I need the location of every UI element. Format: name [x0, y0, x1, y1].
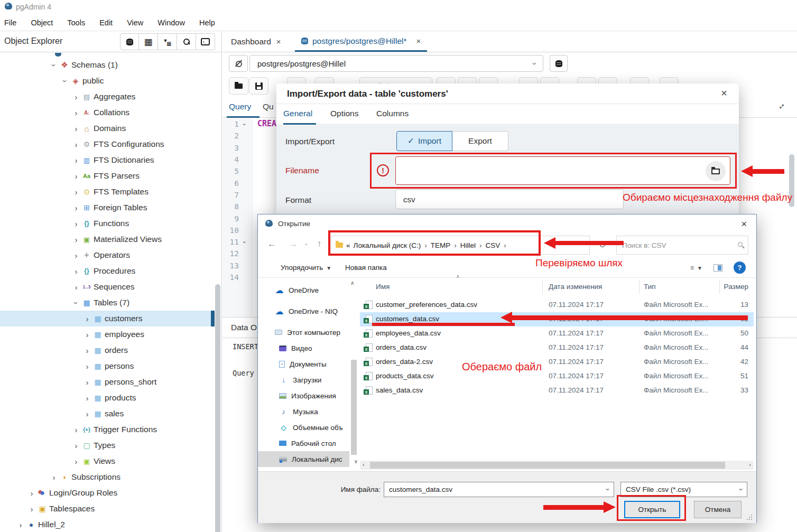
- format-select[interactable]: csv: [395, 189, 624, 209]
- sidebar-place-item[interactable]: Музыка: [258, 404, 349, 419]
- file-row[interactable]: customer_preferences_data.csv 07.11.2024…: [360, 298, 754, 312]
- tree-item[interactable]: FTS Dictionaries: [0, 152, 215, 168]
- sidebar-scroll-down-icon[interactable]: ∧: [350, 459, 358, 465]
- file-row[interactable]: employees_data.csv 07.11.2024 17:17 Файл…: [360, 326, 754, 341]
- tree-item[interactable]: orders: [0, 342, 215, 358]
- tree-scrollbar[interactable]: [215, 284, 220, 532]
- tree-item[interactable]: employees: [0, 326, 215, 342]
- scrollbar-thumb[interactable]: [370, 462, 725, 469]
- tree-item[interactable]: persons_short: [0, 374, 215, 390]
- tree-item[interactable]: Trigger Functions: [0, 422, 215, 437]
- chevron-icon[interactable]: [60, 77, 70, 86]
- fold-chevron-icon[interactable]: [239, 239, 249, 246]
- tree-item[interactable]: Aggregates: [0, 89, 215, 105]
- column-divider[interactable]: [542, 280, 543, 294]
- chevron-icon[interactable]: [71, 172, 81, 181]
- chevron-icon[interactable]: [27, 505, 36, 514]
- chevron-icon[interactable]: [71, 425, 81, 434]
- sidebar-place-item[interactable]: Видео: [258, 340, 349, 356]
- column-header-size[interactable]: Размер: [724, 283, 748, 291]
- menu-item[interactable]: Edit: [99, 18, 113, 27]
- tree-item[interactable]: persons: [0, 358, 215, 374]
- chevron-icon[interactable]: [71, 283, 81, 292]
- tree-item[interactable]: Subscriptions: [0, 469, 215, 485]
- tree-item[interactable]: Domains: [0, 120, 215, 136]
- tab-query-tool[interactable]: postgres/postgres@Hillel* ×: [295, 32, 427, 52]
- connection-selector[interactable]: postgres/postgres@Hillel ›: [249, 55, 543, 72]
- tab-options[interactable]: Options: [330, 109, 358, 118]
- search-input[interactable]: Поиск в: CSV: [616, 236, 748, 255]
- tab-data-output[interactable]: Data O: [231, 323, 257, 332]
- close-icon[interactable]: ×: [276, 37, 281, 46]
- sidebar-place-item[interactable]: Загрузки: [258, 372, 349, 388]
- view-mode-icon[interactable]: ≡▼: [690, 264, 702, 272]
- tree-item[interactable]: Tablespaces: [0, 501, 215, 517]
- up-icon[interactable]: ↑: [317, 239, 322, 249]
- search-objects-button[interactable]: [177, 33, 196, 50]
- menu-item[interactable]: Object: [31, 18, 53, 27]
- tree-item[interactable]: Collations: [0, 105, 215, 120]
- tree-item[interactable]: Schemas (1): [0, 57, 215, 73]
- sidebar-scrollbar[interactable]: [351, 360, 357, 455]
- chevron-icon[interactable]: [82, 314, 92, 323]
- file-row[interactable]: orders_data.csv 07.11.2024 17:17 Файл Mi…: [360, 341, 754, 355]
- sidebar-place-item[interactable]: Объемные объ: [258, 419, 349, 435]
- menu-item[interactable]: File: [4, 18, 16, 27]
- chevron-icon[interactable]: [71, 156, 81, 165]
- menu-item[interactable]: Window: [157, 18, 185, 27]
- sidebar-place-item[interactable]: Локальный дис: [258, 451, 349, 467]
- tree-item[interactable]: FTS Templates: [0, 184, 215, 200]
- chevron-icon[interactable]: [71, 457, 81, 466]
- resize-grip[interactable]: [747, 515, 752, 520]
- organize-menu[interactable]: Упорядочить▼: [281, 264, 331, 272]
- file-row[interactable]: products_data.csv 07.11.2024 17:17 Файл …: [360, 369, 754, 384]
- tree-item[interactable]: Operators: [0, 247, 215, 263]
- sidebar-place-item[interactable]: Изображения: [258, 388, 349, 404]
- scroll-right-icon[interactable]: ›: [749, 461, 751, 468]
- export-segment[interactable]: Export: [452, 131, 508, 151]
- menu-item[interactable]: Help: [199, 18, 215, 27]
- help-button[interactable]: ?: [734, 262, 746, 274]
- query-tool-button[interactable]: [120, 33, 139, 50]
- chevron-icon[interactable]: [82, 330, 92, 339]
- chevron-icon[interactable]: [71, 298, 81, 307]
- tree-item[interactable]: products: [0, 390, 215, 406]
- cancel-button[interactable]: Отмена: [694, 501, 742, 518]
- chevron-icon[interactable]: [71, 92, 81, 101]
- column-divider[interactable]: [639, 280, 640, 294]
- column-header-name[interactable]: Имя: [376, 283, 390, 291]
- chevron-icon[interactable]: [71, 441, 81, 450]
- tree-item[interactable]: public: [0, 73, 215, 89]
- chevron-icon[interactable]: [71, 267, 81, 276]
- tree-item[interactable]: Types: [0, 437, 215, 453]
- tree-item[interactable]: Foreign Tables: [0, 200, 215, 216]
- new-connection-button[interactable]: [550, 55, 568, 72]
- chevron-icon[interactable]: [71, 140, 81, 149]
- tab-query[interactable]: Query: [229, 102, 251, 111]
- tab-general[interactable]: General: [283, 109, 312, 118]
- open-file-button[interactable]: [229, 77, 248, 95]
- new-folder-button[interactable]: Новая папка: [345, 264, 387, 272]
- sidebar-place-item[interactable]: OneDrive: [258, 282, 349, 298]
- tree-item[interactable]: FTS Parsers: [0, 168, 215, 184]
- sidebar-place-item[interactable]: Рабочий стол: [258, 435, 349, 451]
- chevron-icon[interactable]: [82, 346, 92, 355]
- tree-item[interactable]: Sequences: [0, 279, 215, 295]
- back-icon[interactable]: ←: [267, 239, 276, 249]
- menu-item[interactable]: Tools: [67, 18, 85, 27]
- sidebar-place-item[interactable]: Этот компьютер: [258, 324, 349, 340]
- tree-item[interactable]: Procedures: [0, 263, 215, 279]
- chevron-icon[interactable]: [71, 219, 81, 228]
- psql-tool-button[interactable]: ›_: [196, 33, 215, 50]
- view-data-button[interactable]: [139, 33, 158, 50]
- close-icon[interactable]: ×: [416, 36, 421, 45]
- save-file-button[interactable]: [249, 77, 268, 95]
- connection-status-button[interactable]: [229, 55, 248, 72]
- chevron-icon[interactable]: [82, 378, 92, 387]
- chevron-icon[interactable]: [71, 188, 81, 197]
- history-chevron-icon[interactable]: ›: [303, 244, 309, 245]
- tab-query-history-partial[interactable]: Qu: [263, 102, 274, 111]
- filename-combo[interactable]: customers_data.csv ›: [384, 482, 614, 497]
- scroll-left-icon[interactable]: ‹: [363, 461, 365, 468]
- chevron-icon[interactable]: [71, 203, 81, 212]
